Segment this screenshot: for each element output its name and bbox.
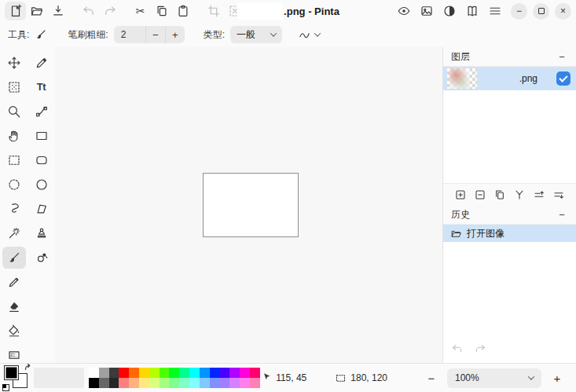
palette-swatch[interactable] [189, 368, 200, 378]
palette-swatch[interactable] [200, 368, 210, 378]
palette-swatch[interactable] [250, 378, 260, 388]
open-image-button[interactable] [26, 2, 47, 20]
tool-eraser[interactable] [2, 295, 26, 317]
palette-swatch[interactable] [229, 368, 240, 378]
tool-rectangle[interactable] [30, 125, 53, 147]
color-selector-widget[interactable] [2, 365, 34, 391]
history-item[interactable]: 打开图像 [443, 225, 576, 242]
palette-swatch[interactable] [139, 368, 149, 378]
blend-type-dropdown[interactable]: 一般 [230, 26, 282, 43]
effects-menu-button[interactable] [461, 2, 482, 20]
palette-swatch[interactable] [189, 378, 200, 388]
tool-recolor[interactable] [30, 247, 53, 269]
history-undo-redo-bar [443, 338, 576, 363]
image-menu-button[interactable] [416, 2, 437, 20]
close-icon: × [560, 5, 566, 16]
layers-collapse-button[interactable]: − [556, 51, 568, 63]
tool-pencil[interactable] [2, 271, 26, 293]
tool-paint-bucket[interactable] [2, 320, 26, 342]
palette-swatch[interactable] [240, 368, 250, 378]
zoom-level-dropdown[interactable]: 100% [447, 368, 541, 388]
adjustments-menu-button[interactable] [438, 2, 460, 20]
zoom-in-button[interactable]: + [548, 368, 567, 387]
window-title-text: .png - Pinta [284, 5, 339, 17]
move-layer-up-button[interactable] [530, 186, 548, 203]
tool-rectangle-select[interactable] [2, 149, 26, 171]
brush-width-increase-button[interactable]: + [165, 26, 185, 43]
palette-swatch[interactable] [240, 378, 250, 388]
image-canvas[interactable] [203, 173, 299, 237]
reset-colors-icon[interactable] [2, 384, 9, 391]
rectangle-icon [35, 129, 49, 143]
palette-swatch[interactable] [160, 368, 170, 378]
palette-swatch[interactable] [210, 378, 220, 388]
selection-size-icon [335, 372, 347, 384]
palette-swatch[interactable] [169, 378, 179, 388]
palette-swatch[interactable] [250, 368, 260, 378]
paste-button[interactable] [172, 2, 193, 20]
delete-layer-button[interactable] [471, 186, 489, 203]
tool-paintbrush[interactable] [2, 247, 26, 269]
layer-visibility-checkbox[interactable] [556, 71, 570, 86]
brush-width-decrease-button[interactable]: − [145, 26, 165, 43]
palette-swatch[interactable] [99, 368, 109, 378]
palette-swatch[interactable] [109, 378, 119, 388]
palette-swatch[interactable] [129, 378, 139, 388]
palette-swatch[interactable] [149, 368, 160, 378]
tool-move-selection[interactable] [2, 76, 26, 98]
tool-ellipse[interactable] [30, 174, 53, 196]
palette-swatch[interactable] [149, 378, 160, 388]
save-button[interactable] [47, 2, 68, 20]
tool-zoom[interactable] [2, 101, 26, 123]
tool-move-selected[interactable] [2, 52, 26, 74]
palette-swatch[interactable] [229, 378, 240, 388]
palette-swatch[interactable] [129, 368, 139, 378]
tool-text[interactable]: Tt [30, 76, 53, 98]
move-layer-down-button[interactable] [550, 186, 567, 203]
tool-freeform-shape[interactable] [30, 198, 53, 220]
new-image-button[interactable] [5, 2, 26, 20]
palette-swatch[interactable] [89, 378, 99, 388]
layer-row[interactable]: .png [443, 67, 576, 90]
palette-swatch[interactable] [210, 368, 220, 378]
add-layer-button[interactable] [452, 186, 469, 203]
duplicate-layer-button[interactable] [491, 186, 508, 203]
tool-ellipse-select[interactable] [2, 174, 26, 196]
palette-swatch[interactable] [219, 378, 229, 388]
palette-swatch[interactable] [219, 368, 229, 378]
palette-swatch[interactable] [179, 378, 189, 388]
stroke-style-dropdown[interactable] [298, 28, 320, 42]
palette-swatch[interactable] [109, 368, 119, 378]
view-menu-button[interactable] [393, 2, 414, 20]
primary-color-swatch[interactable] [4, 365, 19, 380]
tool-lasso-select[interactable] [2, 198, 26, 220]
copy-icon [155, 4, 169, 18]
copy-button[interactable] [151, 2, 172, 20]
tool-rounded-rectangle[interactable] [30, 149, 53, 171]
tool-magic-wand[interactable] [2, 222, 26, 244]
palette-swatch[interactable] [169, 368, 179, 378]
merge-layer-down-button[interactable] [511, 186, 528, 203]
tool-line-curve[interactable] [30, 101, 53, 123]
zoom-out-button[interactable]: − [422, 368, 441, 387]
tool-color-picker[interactable] [30, 52, 53, 74]
palette-swatch[interactable] [119, 368, 129, 378]
palette-swatch[interactable] [200, 378, 210, 388]
tool-pan[interactable] [2, 125, 26, 147]
history-collapse-button[interactable]: − [556, 209, 568, 221]
palette-swatch[interactable] [160, 378, 170, 388]
palette-swatch[interactable] [119, 378, 129, 388]
maximize-button[interactable] [533, 3, 549, 20]
cursor-position-value: 115, 45 [276, 372, 306, 383]
close-button[interactable]: × [555, 3, 571, 20]
main-menu-button[interactable] [484, 2, 505, 20]
palette-swatch[interactable] [99, 378, 109, 388]
tool-clone-stamp[interactable] [30, 222, 53, 244]
cut-button[interactable]: ✂ [130, 2, 151, 20]
minimize-button[interactable]: − [511, 3, 527, 20]
palette-swatch[interactable] [89, 368, 99, 378]
palette-swatch[interactable] [179, 368, 189, 378]
palette-swatch[interactable] [139, 378, 149, 388]
brush-width-value[interactable]: 2 [114, 29, 145, 40]
swap-colors-icon[interactable] [24, 363, 33, 372]
